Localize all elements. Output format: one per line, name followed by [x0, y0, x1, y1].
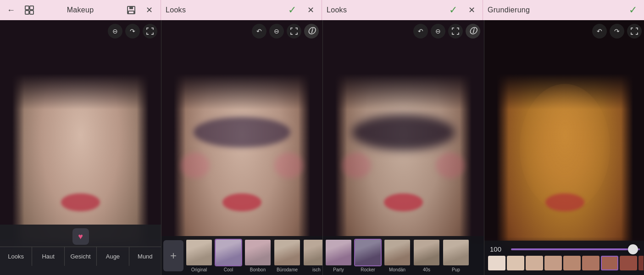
- tab-auge[interactable]: Auge: [97, 247, 129, 266]
- look-label-rocker: Rocker: [361, 267, 375, 272]
- swatch-7[interactable]: [620, 256, 637, 270]
- panel-grundierung: ↶ ↷ 100: [484, 20, 644, 275]
- bottom-bar-categories: ♥ Looks Haut Gesicht Auge Mund: [0, 225, 161, 275]
- look-item-40s[interactable]: 40s: [413, 239, 440, 272]
- look-item-original[interactable]: Original: [185, 239, 213, 272]
- looks-carousel-2: + Original Cool Bonbon: [161, 236, 322, 275]
- grid-button[interactable]: [23, 4, 36, 16]
- panel3-controls: ↶ ⊖ ⓘ: [413, 24, 480, 38]
- look-thumb-burodame: [273, 239, 301, 266]
- top-right-icons-4: ✓: [627, 4, 639, 16]
- look-thumb-bonbon: [244, 239, 272, 266]
- look-label-burodame: Bürodame: [277, 267, 298, 272]
- tab-mund[interactable]: Mund: [129, 247, 161, 266]
- category-tabs: Looks Haut Gesicht Auge Mund: [0, 247, 161, 266]
- close-button-3[interactable]: ✕: [465, 4, 478, 16]
- svg-rect-0: [25, 6, 29, 10]
- look-item-party[interactable]: Party: [325, 239, 352, 272]
- check-button-4[interactable]: ✓: [627, 4, 639, 16]
- opacity-slider[interactable]: [511, 248, 640, 250]
- grundierung-title: Grundierung: [488, 6, 530, 14]
- top-bar: ← Makeup ✕ Looks: [0, 0, 644, 20]
- panel-looks-1: ↶ ⊖ ⓘ + Original: [161, 20, 322, 275]
- look-thumb-cool: [215, 239, 242, 266]
- slider-thumb[interactable]: [628, 244, 638, 254]
- look-item-isch[interactable]: isch: [303, 239, 322, 272]
- main-area: ⊖ ↷ ♥ Looks Haut Gesicht Auge Mun: [0, 20, 644, 275]
- look-label-pup: Pup: [452, 267, 460, 272]
- back-button[interactable]: ←: [5, 4, 17, 16]
- crop-button-1[interactable]: [143, 24, 157, 38]
- undo-button-3[interactable]: ↶: [413, 24, 428, 38]
- look-label-original: Original: [191, 267, 207, 272]
- panel1-controls: ⊖ ↷: [108, 24, 157, 38]
- swatch-4[interactable]: [563, 256, 581, 270]
- look-thumb-isch: [303, 239, 322, 266]
- top-right-icons-1: ✕: [125, 4, 156, 16]
- svg-rect-1: [30, 6, 33, 10]
- face-photo-4: [484, 20, 644, 275]
- add-look-button[interactable]: +: [163, 240, 183, 271]
- swatch-8[interactable]: [638, 256, 644, 270]
- minus-button-1[interactable]: ⊖: [108, 24, 122, 38]
- look-thumb-pup: [442, 239, 470, 266]
- save-button[interactable]: [125, 4, 138, 16]
- close-button-2[interactable]: ✕: [304, 4, 317, 16]
- undo-button-4[interactable]: ↶: [592, 24, 607, 38]
- foundation-panel: 100: [484, 241, 644, 275]
- top-right-icons-3: ✓ ✕: [447, 4, 478, 16]
- look-item-cool[interactable]: Cool: [215, 239, 242, 272]
- look-thumb-40s: [413, 239, 440, 266]
- heart-area: ♥: [0, 225, 161, 247]
- looks-title-2: Looks: [327, 6, 347, 14]
- looks-title-1: Looks: [166, 6, 186, 14]
- look-label-party: Party: [333, 267, 344, 272]
- look-label-bonbon: Bonbon: [250, 267, 266, 272]
- redo-button-4[interactable]: ↷: [610, 24, 624, 38]
- looks-carousel-3: Party Rocker Mondän 40s: [323, 236, 484, 275]
- heart-button[interactable]: ♥: [72, 228, 89, 245]
- top-right-icons-2: ✓ ✕: [286, 4, 317, 16]
- swatch-6[interactable]: [601, 256, 618, 270]
- opacity-slider-row: 100: [486, 243, 644, 256]
- panel-looks-2: ↶ ⊖ ⓘ Party: [323, 20, 484, 275]
- check-button-2[interactable]: ✓: [286, 4, 299, 16]
- swatch-0[interactable]: [488, 256, 505, 270]
- look-thumb-party: [325, 239, 352, 266]
- swatch-2[interactable]: [526, 256, 543, 270]
- tab-gesicht[interactable]: Gesicht: [65, 247, 97, 266]
- close-button-1[interactable]: ✕: [143, 4, 156, 16]
- look-item-rocker[interactable]: Rocker: [354, 239, 382, 272]
- look-thumb-original: [185, 239, 213, 266]
- look-thumb-mondan: [383, 239, 411, 266]
- check-button-3[interactable]: ✓: [447, 4, 460, 16]
- tab-haut[interactable]: Haut: [32, 247, 64, 266]
- info-button-2[interactable]: ⓘ: [304, 24, 319, 38]
- opacity-value: 100: [490, 245, 506, 253]
- crop-button-3[interactable]: [448, 24, 463, 38]
- look-thumb-rocker: [354, 239, 382, 266]
- look-item-mondan[interactable]: Mondän: [383, 239, 411, 272]
- redo-button-1[interactable]: ↷: [125, 24, 140, 38]
- undo-button-2[interactable]: ↶: [252, 24, 266, 38]
- look-item-pup[interactable]: Pup: [442, 239, 470, 272]
- svg-rect-3: [30, 11, 33, 14]
- tab-looks[interactable]: Looks: [0, 247, 32, 266]
- swatch-1[interactable]: [507, 256, 524, 270]
- minus-button-3[interactable]: ⊖: [431, 24, 445, 38]
- look-label-cool: Cool: [224, 267, 233, 272]
- look-label-mondan: Mondän: [389, 267, 405, 272]
- look-label-isch: isch: [312, 267, 321, 272]
- top-section-makeup: ← Makeup ✕: [0, 0, 161, 20]
- swatch-3[interactable]: [544, 256, 562, 270]
- look-item-bonbon[interactable]: Bonbon: [244, 239, 272, 272]
- crop-button-4[interactable]: [627, 24, 642, 38]
- look-item-burodame[interactable]: Bürodame: [273, 239, 301, 272]
- makeup-title: Makeup: [67, 6, 94, 14]
- minus-button-2[interactable]: ⊖: [269, 24, 284, 38]
- panel2-controls: ↶ ⊖ ⓘ: [252, 24, 319, 38]
- swatch-5[interactable]: [582, 256, 600, 270]
- crop-button-2[interactable]: [287, 24, 301, 38]
- info-button-3[interactable]: ⓘ: [466, 24, 480, 38]
- top-section-looks-1: Looks ✓ ✕: [161, 0, 322, 20]
